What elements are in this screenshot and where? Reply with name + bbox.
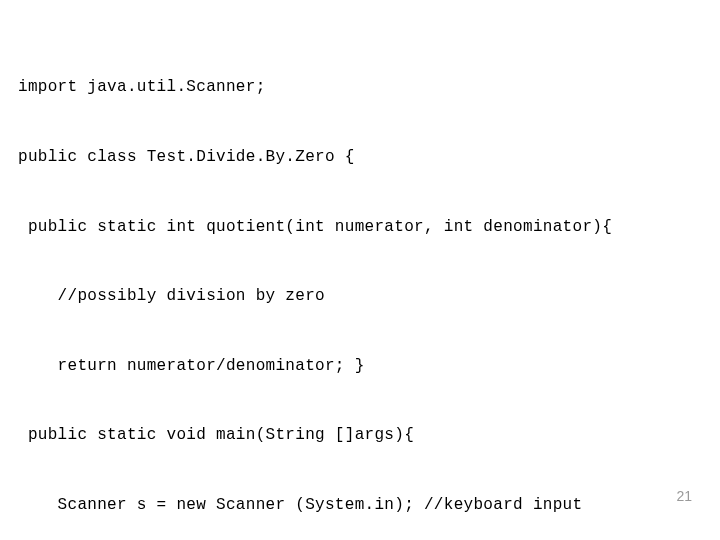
code-line: //possibly division by zero xyxy=(18,285,702,308)
code-line: public static void main(String []args){ xyxy=(18,424,702,447)
code-line: public static int quotient(int numerator… xyxy=(18,216,702,239)
code-block: import java.util.Scanner; public class T… xyxy=(0,0,720,540)
code-line: import java.util.Scanner; xyxy=(18,76,702,99)
code-line: public class Test.Divide.By.Zero { xyxy=(18,146,702,169)
code-line: Scanner s = new Scanner (System.in); //k… xyxy=(18,494,702,517)
code-line: return numerator/denominator; } xyxy=(18,355,702,378)
page-number: 21 xyxy=(676,486,692,506)
